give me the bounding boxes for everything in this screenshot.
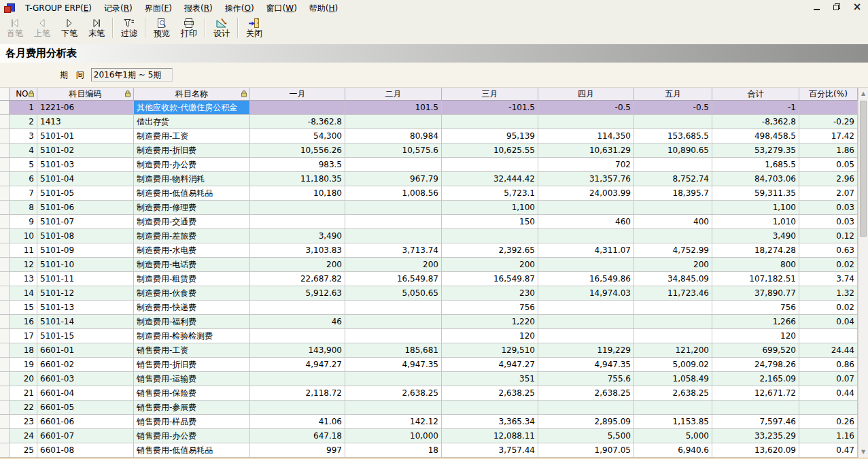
- month-apr-cell[interactable]: 1,907.05: [538, 443, 634, 458]
- total-cell[interactable]: 1,010: [712, 215, 799, 229]
- total-cell[interactable]: 18,274.28: [712, 243, 799, 258]
- row-indicator-cell[interactable]: [0, 415, 10, 429]
- account-name-cell[interactable]: 销售费用-运输费: [134, 372, 250, 386]
- row-indicator-cell[interactable]: [0, 186, 10, 201]
- row-indicator-cell[interactable]: [0, 286, 10, 301]
- account-name-cell[interactable]: 制造费用-租赁费: [134, 272, 250, 286]
- account-code-cell[interactable]: 6601-07: [37, 429, 134, 443]
- month-jan-cell[interactable]: 200: [250, 258, 345, 272]
- month-may-cell[interactable]: 2,638.25: [634, 386, 712, 401]
- month-mar-cell[interactable]: 351: [442, 372, 538, 386]
- month-feb-cell[interactable]: [345, 301, 442, 315]
- total-cell[interactable]: 1,685.5: [712, 158, 799, 172]
- account-code-cell[interactable]: 6601-01: [37, 343, 134, 358]
- month-feb-cell[interactable]: 142.12: [345, 415, 442, 429]
- account-code-cell[interactable]: 5101-14: [37, 315, 134, 329]
- percent-cell[interactable]: 0.44: [799, 386, 858, 401]
- month-feb-cell[interactable]: 967.79: [345, 172, 442, 186]
- month-feb-cell[interactable]: 2,638.25: [345, 386, 442, 401]
- menu-item-6[interactable]: 帮助(H): [303, 1, 344, 16]
- column-header-9[interactable]: 百分比(%): [799, 88, 858, 101]
- month-mar-cell[interactable]: [442, 115, 538, 129]
- account-name-cell[interactable]: 销售费用-办公费: [134, 429, 250, 443]
- row-number-cell[interactable]: 3: [10, 129, 37, 143]
- month-apr-cell[interactable]: [538, 201, 634, 215]
- month-feb-cell[interactable]: [345, 115, 442, 129]
- total-cell[interactable]: 107,182.51: [712, 272, 799, 286]
- month-may-cell[interactable]: [634, 401, 712, 415]
- table-row[interactable]: 175101-15制造费用-检验检测费120120: [0, 329, 858, 343]
- month-jan-cell[interactable]: [250, 101, 345, 115]
- row-indicator-cell[interactable]: [0, 301, 10, 315]
- month-jan-cell[interactable]: 41.06: [250, 415, 345, 429]
- month-mar-cell[interactable]: 5,723.1: [442, 186, 538, 201]
- table-row[interactable]: 135101-11制造费用-租赁费22,687.8216,549.8716,54…: [0, 272, 858, 286]
- row-indicator-cell[interactable]: [0, 158, 10, 172]
- table-row[interactable]: 256601-08销售费用-低值易耗品997183,757.441,907.05…: [0, 443, 858, 458]
- table-row[interactable]: 246601-07销售费用-办公费647.1810,00012,088.115,…: [0, 429, 858, 443]
- row-number-cell[interactable]: 25: [10, 443, 37, 458]
- account-name-cell[interactable]: 销售费用-工资: [134, 343, 250, 358]
- total-cell[interactable]: 84,703.06: [712, 172, 799, 186]
- month-apr-cell[interactable]: 14,974.03: [538, 286, 634, 301]
- month-mar-cell[interactable]: 2,638.25: [442, 386, 538, 401]
- row-number-cell[interactable]: 14: [10, 286, 37, 301]
- account-name-cell[interactable]: 制造费用-快递费: [134, 301, 250, 315]
- month-apr-cell[interactable]: -0.5: [538, 101, 634, 115]
- table-row[interactable]: 45101-02制造费用-折旧费10,556.2610,575.610,625.…: [0, 143, 858, 158]
- account-name-cell[interactable]: 制造费用-检验检测费: [134, 329, 250, 343]
- month-jan-cell[interactable]: 11,180.35: [250, 172, 345, 186]
- percent-cell[interactable]: 2.07: [799, 186, 858, 201]
- account-code-cell[interactable]: 5101-15: [37, 329, 134, 343]
- account-code-cell[interactable]: 5101-04: [37, 172, 134, 186]
- account-code-cell[interactable]: 5101-10: [37, 258, 134, 272]
- month-apr-cell[interactable]: 16,549.86: [538, 272, 634, 286]
- month-mar-cell[interactable]: [442, 401, 538, 415]
- total-cell[interactable]: 13,620.09: [712, 443, 799, 458]
- account-name-cell[interactable]: 销售费用-样品费: [134, 415, 250, 429]
- month-may-cell[interactable]: 10,890.65: [634, 143, 712, 158]
- month-feb-cell[interactable]: 101.5: [345, 101, 442, 115]
- month-may-cell[interactable]: 6,940.6: [634, 443, 712, 458]
- next-record-button[interactable]: 下笔: [56, 17, 83, 39]
- row-number-cell[interactable]: 15: [10, 301, 37, 315]
- table-row[interactable]: 165101-14制造费用-福利费461,2201,2660.04: [0, 315, 858, 329]
- total-cell[interactable]: 2,165.09: [712, 372, 799, 386]
- month-may-cell[interactable]: [634, 229, 712, 243]
- table-row[interactable]: 125101-10制造费用-电话费2002002002008000.02: [0, 258, 858, 272]
- month-mar-cell[interactable]: 129,510: [442, 343, 538, 358]
- account-name-cell[interactable]: 制造费用-折旧费: [134, 143, 250, 158]
- month-apr-cell[interactable]: 4,947.35: [538, 358, 634, 372]
- account-name-cell[interactable]: 制造费用-物料消耗: [134, 172, 250, 186]
- month-feb-cell[interactable]: 18: [345, 443, 442, 458]
- total-cell[interactable]: 7,597.46: [712, 415, 799, 429]
- month-mar-cell[interactable]: 32,444.42: [442, 172, 538, 186]
- total-cell[interactable]: 800: [712, 258, 799, 272]
- month-mar-cell[interactable]: 4,947.27: [442, 358, 538, 372]
- account-code-cell[interactable]: 5101-05: [37, 186, 134, 201]
- account-code-cell[interactable]: 5101-06: [37, 201, 134, 215]
- row-number-cell[interactable]: 5: [10, 158, 37, 172]
- month-mar-cell[interactable]: 1,100: [442, 201, 538, 215]
- month-may-cell[interactable]: -0.5: [634, 101, 712, 115]
- percent-cell[interactable]: 17.42: [799, 129, 858, 143]
- row-indicator-cell[interactable]: [0, 143, 10, 158]
- month-may-cell[interactable]: 153,685.5: [634, 129, 712, 143]
- month-jan-cell[interactable]: [250, 372, 345, 386]
- minimize-icon[interactable]: [811, 1, 822, 12]
- month-jan-cell[interactable]: 4,947.27: [250, 358, 345, 372]
- table-row[interactable]: 85101-06制造费用-修理费1,1001,1000.03: [0, 201, 858, 215]
- row-indicator-cell[interactable]: [0, 386, 10, 401]
- month-mar-cell[interactable]: 12,088.11: [442, 429, 538, 443]
- account-code-cell[interactable]: 5101-12: [37, 286, 134, 301]
- percent-cell[interactable]: 0.02: [799, 258, 858, 272]
- total-cell[interactable]: 12,671.72: [712, 386, 799, 401]
- month-jan-cell[interactable]: [250, 329, 345, 343]
- table-row[interactable]: 65101-04制造费用-物料消耗11,180.35967.7932,444.4…: [0, 172, 858, 186]
- month-jan-cell[interactable]: 3,490: [250, 229, 345, 243]
- percent-cell[interactable]: 0.03: [799, 201, 858, 215]
- row-number-cell[interactable]: 1: [10, 101, 37, 115]
- design-button[interactable]: 设计: [208, 17, 235, 39]
- month-apr-cell[interactable]: 119,229: [538, 343, 634, 358]
- month-apr-cell[interactable]: 4,311.07: [538, 243, 634, 258]
